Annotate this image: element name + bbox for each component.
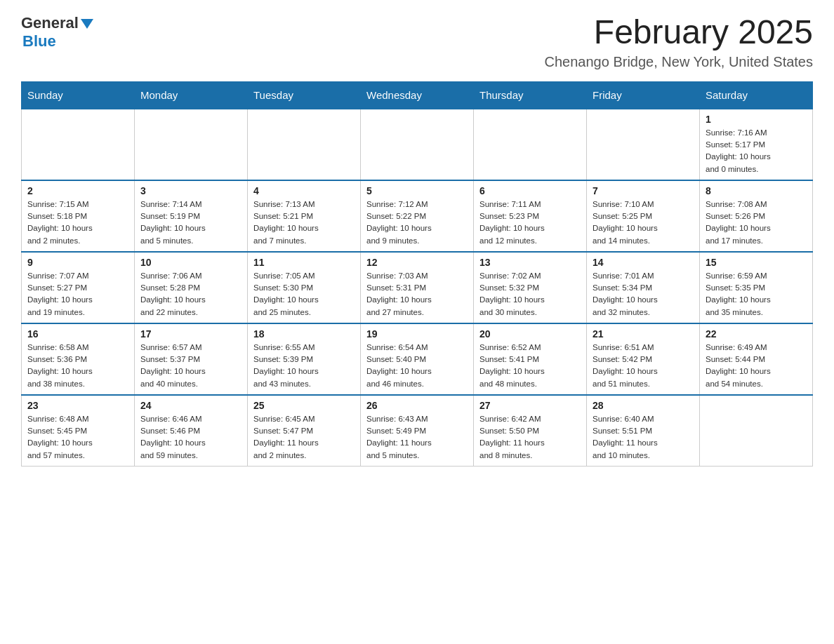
logo-general-text: General (21, 14, 79, 32)
column-header-monday: Monday (135, 81, 248, 109)
calendar-cell: 26Sunrise: 6:43 AMSunset: 5:49 PMDayligh… (361, 395, 474, 467)
day-info: Sunrise: 6:43 AMSunset: 5:49 PMDaylight:… (366, 413, 468, 462)
calendar-week-row: 1Sunrise: 7:16 AMSunset: 5:17 PMDaylight… (22, 109, 813, 180)
day-number: 3 (140, 185, 241, 196)
calendar-cell: 23Sunrise: 6:48 AMSunset: 5:45 PMDayligh… (22, 395, 135, 467)
column-header-thursday: Thursday (474, 81, 587, 109)
day-number: 27 (479, 400, 581, 411)
calendar-cell: 3Sunrise: 7:14 AMSunset: 5:19 PMDaylight… (135, 180, 248, 252)
day-number: 23 (27, 400, 128, 411)
day-number: 9 (27, 257, 128, 268)
day-info: Sunrise: 6:46 AMSunset: 5:46 PMDaylight:… (140, 413, 241, 462)
day-number: 10 (140, 257, 241, 268)
column-header-tuesday: Tuesday (248, 81, 361, 109)
day-number: 1 (706, 114, 807, 125)
day-info: Sunrise: 7:14 AMSunset: 5:19 PMDaylight:… (140, 199, 241, 247)
day-number: 19 (366, 328, 468, 340)
column-header-sunday: Sunday (22, 81, 135, 109)
day-number: 8 (706, 185, 807, 196)
calendar-cell: 14Sunrise: 7:01 AMSunset: 5:34 PMDayligh… (587, 252, 700, 323)
day-number: 22 (706, 328, 807, 340)
page-header: General Blue February 2025 Chenango Brid… (21, 14, 813, 70)
calendar-cell: 12Sunrise: 7:03 AMSunset: 5:31 PMDayligh… (361, 252, 474, 323)
page-title: February 2025 (545, 14, 813, 51)
day-number: 6 (479, 185, 581, 196)
calendar-week-row: 16Sunrise: 6:58 AMSunset: 5:36 PMDayligh… (22, 323, 813, 395)
calendar-cell: 18Sunrise: 6:55 AMSunset: 5:39 PMDayligh… (248, 323, 361, 395)
calendar-cell: 19Sunrise: 6:54 AMSunset: 5:40 PMDayligh… (361, 323, 474, 395)
day-info: Sunrise: 7:01 AMSunset: 5:34 PMDaylight:… (593, 270, 694, 318)
day-info: Sunrise: 6:55 AMSunset: 5:39 PMDaylight:… (253, 342, 355, 390)
calendar-cell: 28Sunrise: 6:40 AMSunset: 5:51 PMDayligh… (587, 395, 700, 467)
calendar-week-row: 2Sunrise: 7:15 AMSunset: 5:18 PMDaylight… (22, 180, 813, 252)
calendar-cell: 24Sunrise: 6:46 AMSunset: 5:46 PMDayligh… (135, 395, 248, 467)
day-number: 12 (366, 257, 468, 268)
column-header-friday: Friday (587, 81, 700, 109)
day-info: Sunrise: 6:58 AMSunset: 5:36 PMDaylight:… (27, 342, 128, 390)
day-info: Sunrise: 7:15 AMSunset: 5:18 PMDaylight:… (27, 199, 128, 247)
day-number: 20 (479, 328, 581, 340)
day-number: 4 (253, 185, 355, 196)
day-number: 14 (593, 257, 694, 268)
day-number: 13 (479, 257, 581, 268)
calendar-cell: 22Sunrise: 6:49 AMSunset: 5:44 PMDayligh… (700, 323, 813, 395)
calendar-cell: 13Sunrise: 7:02 AMSunset: 5:32 PMDayligh… (474, 252, 587, 323)
day-number: 26 (366, 400, 468, 411)
calendar-cell: 4Sunrise: 7:13 AMSunset: 5:21 PMDaylight… (248, 180, 361, 252)
day-number: 2 (27, 185, 128, 196)
day-info: Sunrise: 6:42 AMSunset: 5:50 PMDaylight:… (479, 413, 581, 462)
day-info: Sunrise: 7:13 AMSunset: 5:21 PMDaylight:… (253, 199, 355, 247)
day-number: 28 (593, 400, 694, 411)
subtitle: Chenango Bridge, New York, United States (545, 54, 813, 70)
calendar-week-row: 23Sunrise: 6:48 AMSunset: 5:45 PMDayligh… (22, 395, 813, 467)
logo: General Blue (21, 14, 93, 51)
day-number: 15 (706, 257, 807, 268)
calendar-cell (22, 109, 135, 180)
day-info: Sunrise: 7:07 AMSunset: 5:27 PMDaylight:… (27, 270, 128, 318)
day-info: Sunrise: 6:54 AMSunset: 5:40 PMDaylight:… (366, 342, 468, 390)
column-header-wednesday: Wednesday (361, 81, 474, 109)
day-info: Sunrise: 6:59 AMSunset: 5:35 PMDaylight:… (706, 270, 807, 318)
calendar-cell: 9Sunrise: 7:07 AMSunset: 5:27 PMDaylight… (22, 252, 135, 323)
day-info: Sunrise: 7:03 AMSunset: 5:31 PMDaylight:… (366, 270, 468, 318)
logo-arrow-icon (81, 19, 93, 29)
day-info: Sunrise: 6:57 AMSunset: 5:37 PMDaylight:… (140, 342, 241, 390)
calendar-cell: 27Sunrise: 6:42 AMSunset: 5:50 PMDayligh… (474, 395, 587, 467)
title-section: February 2025 Chenango Bridge, New York,… (545, 14, 813, 70)
calendar-cell: 6Sunrise: 7:11 AMSunset: 5:23 PMDaylight… (474, 180, 587, 252)
calendar-cell (587, 109, 700, 180)
logo-blue-text: Blue (22, 32, 56, 51)
day-info: Sunrise: 7:16 AMSunset: 5:17 PMDaylight:… (706, 127, 807, 175)
day-number: 21 (593, 328, 694, 340)
day-number: 17 (140, 328, 241, 340)
day-info: Sunrise: 6:49 AMSunset: 5:44 PMDaylight:… (706, 342, 807, 390)
day-info: Sunrise: 6:52 AMSunset: 5:41 PMDaylight:… (479, 342, 581, 390)
calendar-cell: 10Sunrise: 7:06 AMSunset: 5:28 PMDayligh… (135, 252, 248, 323)
calendar-cell: 25Sunrise: 6:45 AMSunset: 5:47 PMDayligh… (248, 395, 361, 467)
calendar-cell: 2Sunrise: 7:15 AMSunset: 5:18 PMDaylight… (22, 180, 135, 252)
calendar-cell: 1Sunrise: 7:16 AMSunset: 5:17 PMDaylight… (700, 109, 813, 180)
calendar-cell (248, 109, 361, 180)
day-number: 11 (253, 257, 355, 268)
calendar-cell: 20Sunrise: 6:52 AMSunset: 5:41 PMDayligh… (474, 323, 587, 395)
calendar-cell (135, 109, 248, 180)
day-info: Sunrise: 7:06 AMSunset: 5:28 PMDaylight:… (140, 270, 241, 318)
calendar-cell: 17Sunrise: 6:57 AMSunset: 5:37 PMDayligh… (135, 323, 248, 395)
calendar-cell: 5Sunrise: 7:12 AMSunset: 5:22 PMDaylight… (361, 180, 474, 252)
day-info: Sunrise: 7:02 AMSunset: 5:32 PMDaylight:… (479, 270, 581, 318)
calendar-table: SundayMondayTuesdayWednesdayThursdayFrid… (21, 81, 813, 467)
calendar-header-row: SundayMondayTuesdayWednesdayThursdayFrid… (22, 81, 813, 109)
calendar-cell: 8Sunrise: 7:08 AMSunset: 5:26 PMDaylight… (700, 180, 813, 252)
day-number: 25 (253, 400, 355, 411)
calendar-cell (474, 109, 587, 180)
day-info: Sunrise: 6:45 AMSunset: 5:47 PMDaylight:… (253, 413, 355, 462)
day-info: Sunrise: 7:11 AMSunset: 5:23 PMDaylight:… (479, 199, 581, 247)
day-info: Sunrise: 6:51 AMSunset: 5:42 PMDaylight:… (593, 342, 694, 390)
day-number: 24 (140, 400, 241, 411)
calendar-cell: 16Sunrise: 6:58 AMSunset: 5:36 PMDayligh… (22, 323, 135, 395)
day-info: Sunrise: 6:40 AMSunset: 5:51 PMDaylight:… (593, 413, 694, 462)
calendar-cell: 15Sunrise: 6:59 AMSunset: 5:35 PMDayligh… (700, 252, 813, 323)
day-info: Sunrise: 7:10 AMSunset: 5:25 PMDaylight:… (593, 199, 694, 247)
calendar-week-row: 9Sunrise: 7:07 AMSunset: 5:27 PMDaylight… (22, 252, 813, 323)
day-number: 18 (253, 328, 355, 340)
